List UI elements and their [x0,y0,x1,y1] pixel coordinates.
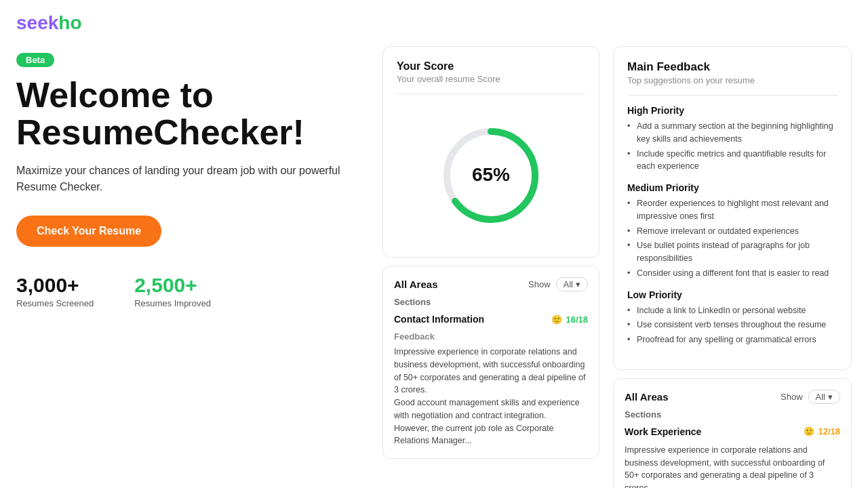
all-dropdown[interactable]: All ▾ [556,277,588,291]
smile-good-icon: 🙂 [551,314,562,325]
dropdown-label: All [564,279,573,289]
list-item: Use bullet points instead of paragraphs … [627,239,837,265]
score-circle-svg: 65% [437,121,545,230]
feedback-label: Feedback [394,331,588,342]
logo-area: seekho [0,0,868,46]
work-experience-score-value: 12/18 [818,426,840,436]
main-feedback-title: Main Feedback [627,60,837,74]
low-priority-section: Low Priority Include a link to LinkedIn … [627,289,837,346]
medium-priority-title: Medium Priority [627,182,837,193]
main-feedback-panel: Main Feedback Top suggestions on your re… [613,46,852,370]
check-resume-button[interactable]: Check Your Resume [16,216,161,247]
logo-seek: seek [16,12,58,33]
list-item: Include specific metrics and quantifiabl… [627,148,837,174]
stat-improved: 2,500+ Resumes Improved [134,274,211,308]
score-divider [397,94,585,94]
stat-screened: 3,000+ Resumes Screened [16,274,94,308]
sections-label: Sections [394,297,588,307]
show-label: Show [528,279,551,289]
left-column: Beta Welcome to ResumeChecker! Maximize … [16,46,369,488]
work-experience-name: Work Experience [625,426,701,437]
medium-priority-section: Medium Priority Reorder experiences to h… [627,182,837,280]
dropdown-label-2: All [816,392,825,402]
show-row: Show All ▾ [528,277,588,291]
chevron-down-icon-2: ▾ [828,392,833,402]
list-item: Consider using a different font that is … [627,267,837,280]
logo: seekho [16,12,82,33]
list-item: Use consistent verb tenses throughout th… [627,319,837,331]
medium-priority-list: Reorder experiences to highlight most re… [627,197,837,280]
score-circle-container: 65% [397,108,585,243]
main-container: Beta Welcome to ResumeChecker! Maximize … [0,46,868,488]
smile-warning-icon: 🙂 [804,426,814,436]
low-priority-title: Low Priority [627,289,837,300]
all-areas-header: All Areas Show All ▾ [394,277,588,291]
score-card-subtitle: Your overall resume Score [397,74,585,84]
contact-score-badge: 🙂 16/18 [551,314,588,325]
contact-score-value: 16/18 [566,314,588,325]
work-feedback-text: Impressive experience in corporate relat… [625,444,840,488]
show-label-2: Show [781,392,803,402]
stat-improved-label: Resumes Improved [134,298,211,308]
low-priority-list: Include a link to LinkedIn or personal w… [627,304,837,346]
right-column: Main Feedback Top suggestions on your re… [613,46,852,488]
stat-screened-label: Resumes Screened [16,298,94,308]
main-feedback-subtitle: Top suggestions on your resume [627,75,837,85]
all-areas-title: All Areas [394,279,437,290]
stat-screened-number: 3,000+ [16,274,94,297]
all-dropdown-2[interactable]: All ▾ [808,390,840,404]
svg-text:65%: 65% [472,164,510,185]
center-column: Your Score Your overall resume Score 65%… [382,46,599,488]
beta-badge: Beta [16,53,54,67]
feedback-text: Impressive experience in corporate relat… [394,346,588,447]
list-item: Proofread for any spelling or grammatica… [627,333,837,346]
headline: Welcome to ResumeChecker! [16,77,369,150]
list-item: Remove irrelevant or outdated experience… [627,225,837,238]
score-card: Your Score Your overall resume Score 65% [382,46,599,258]
logo-ho: ho [58,12,81,33]
contact-info-row: Contact Information 🙂 16/18 [394,314,588,325]
panel-divider [627,95,837,96]
all-areas-card: All Areas Show All ▾ Sections Contact In… [382,266,599,459]
subtext: Maximize your chances of landing your dr… [16,163,342,195]
all-areas-header-2: All Areas Show All ▾ [625,390,840,404]
score-card-title: Your Score [397,60,585,73]
chevron-down-icon: ▾ [576,279,580,289]
work-experience-score-badge: 🙂 12/18 [804,426,840,436]
stat-improved-number: 2,500+ [134,274,211,297]
list-item: Reorder experiences to highlight most re… [627,197,837,223]
work-experience-row: Work Experience 🙂 12/18 [625,426,840,437]
all-areas-title-2: All Areas [625,391,668,403]
list-item: Add a summary section at the beginning h… [627,120,837,146]
stats-row: 3,000+ Resumes Screened 2,500+ Resumes I… [16,274,369,308]
list-item: Include a link to LinkedIn or personal w… [627,304,837,317]
sections-label-2: Sections [625,409,840,420]
high-priority-list: Add a summary section at the beginning h… [627,120,837,173]
high-priority-title: High Priority [627,105,837,116]
high-priority-section: High Priority Add a summary section at t… [627,105,837,173]
all-areas-card-2: All Areas Show All ▾ Sections Work Exper… [613,378,852,488]
show-row-2: Show All ▾ [781,390,840,404]
contact-info-name: Contact Information [394,314,484,325]
